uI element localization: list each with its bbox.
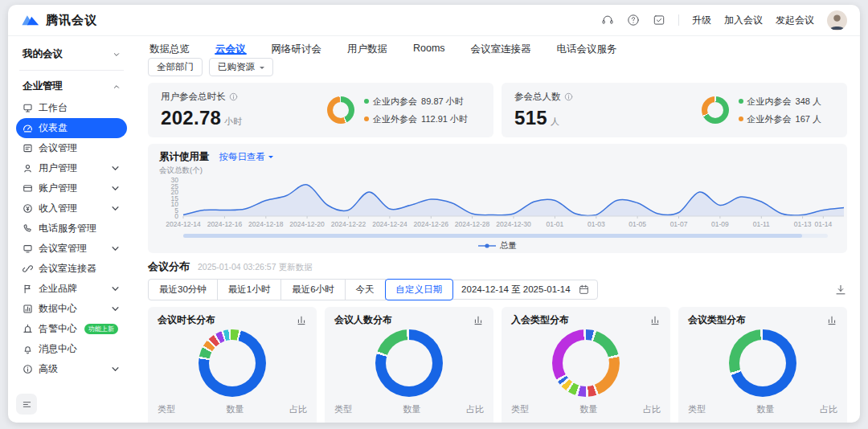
stat-card-chart: 企业内参会348 人企业外参会167 人 (702, 96, 821, 125)
legend-dot (364, 99, 369, 104)
inbox-icon[interactable] (653, 14, 665, 27)
join-meeting-link[interactable]: 加入会议 (724, 14, 763, 27)
svg-text:01-09: 01-09 (711, 220, 729, 228)
tab-user-data[interactable]: 用户数据 (346, 41, 389, 56)
donut-chart (552, 329, 620, 397)
section-title: 会议分布 (148, 259, 190, 274)
distribution-card-join-type: 入会类型分布类型数量占比PSTN61.21% (502, 307, 670, 423)
row-percent: 1.21% (609, 422, 661, 423)
column-header: 数量 (391, 403, 432, 415)
tab-webinar[interactable]: 网络研讨会 (270, 41, 324, 56)
distribution-controls: 最近30分钟最近1小时最近6小时今天自定义日期 2024-12-14 至 202… (148, 279, 847, 300)
avatar[interactable] (827, 10, 847, 31)
svg-text:01-05: 01-05 (628, 220, 646, 228)
distribution-card-meeting-type: 会议类型分布类型数量占比快速会议15770.40% (678, 307, 847, 423)
donut-chart (702, 96, 729, 124)
sidebar-item-dashboard[interactable]: 仪表盘 (16, 118, 127, 138)
bar-chart-icon[interactable] (473, 314, 484, 325)
stat-value-row: 515人 (514, 107, 573, 129)
sidebar-item-advanced[interactable]: 高级 (16, 359, 127, 379)
updated-timestamp: 2025-01-04 03:26:57 更新数据 (198, 262, 312, 273)
stat-cards: 用户参会总时长202.78小时企业内参会89.87 小时企业外参会112.91 … (148, 83, 847, 137)
stat-value: 202.78 (161, 107, 221, 129)
collapse-sidebar-button[interactable] (16, 394, 37, 415)
y-axis-label: 会议总数(个) (159, 165, 836, 176)
sidebar-item-revenue-management[interactable]: 收入管理 (16, 198, 127, 219)
column-header: 占比 (256, 403, 307, 415)
bar-chart-icon[interactable] (826, 314, 837, 325)
upgrade-link[interactable]: 升级 (692, 14, 711, 27)
sidebar-item-enterprise-management[interactable]: 企业管理 (16, 75, 127, 98)
start-meeting-link[interactable]: 发起会议 (776, 14, 814, 27)
donut-hole (739, 340, 786, 386)
sidebar-item-enterprise-brand[interactable]: 企业品牌 (16, 279, 127, 299)
svg-text:2024-12-26: 2024-12-26 (414, 220, 449, 228)
donut-hole (333, 102, 349, 118)
table-header: 类型数量占比 (688, 403, 837, 415)
tab-pstn-service[interactable]: 电话会议服务 (555, 41, 619, 56)
sidebar-item-room-connector[interactable]: 会议室连接器 (16, 259, 127, 279)
row-type: PSTN (520, 422, 545, 423)
time-range-slider-fill[interactable] (183, 234, 802, 238)
distribution-card-participants: 会议人数分布类型数量占比1-2人18080.72% (325, 307, 493, 423)
my-meetings-label: 我的会议 (23, 47, 63, 61)
divider (678, 14, 679, 26)
chevron-down-icon (110, 243, 121, 254)
filter-chip-purchased-resources[interactable]: 已购资源 (209, 58, 273, 76)
range-button-last-6h[interactable]: 最近6小时 (280, 279, 345, 300)
sidebar-item-my-meetings[interactable]: 我的会议 (16, 43, 127, 66)
bar-chart-icon[interactable] (649, 314, 661, 325)
room-icon (23, 243, 33, 254)
phone-icon (23, 223, 33, 234)
row-type: 快速会议 (697, 422, 734, 423)
sidebar-item-meeting-management[interactable]: 会议管理 (16, 138, 127, 158)
svg-text:01-13: 01-13 (794, 220, 812, 228)
bar-chart-icon[interactable] (296, 314, 307, 325)
sidebar-item-account-management[interactable]: 账户管理 (16, 178, 127, 198)
info-icon[interactable] (564, 92, 573, 101)
download-button[interactable] (834, 284, 847, 296)
sidebar: 我的会议 企业管理 工作台仪表盘会议管理用户管理账户管理收入管理电话服务管理会议… (8, 36, 135, 423)
chevron-down-icon (110, 364, 121, 374)
sidebar-footer (16, 389, 127, 415)
range-button-today[interactable]: 今天 (345, 279, 386, 300)
svg-text:2024-12-14: 2024-12-14 (166, 220, 201, 228)
legend-label: 企业外参会 (373, 113, 417, 125)
sidebar-item-message-center[interactable]: 消息中心 (16, 339, 127, 359)
sidebar-item-workbench[interactable]: 工作台 (16, 98, 127, 118)
sidebar-item-room-management[interactable]: 会议室管理 (16, 239, 127, 259)
tab-rooms[interactable]: Rooms (411, 41, 447, 56)
filter-chip-label: 全部部门 (157, 61, 194, 73)
dashboard-icon (23, 123, 33, 133)
sidebar-item-user-management[interactable]: 用户管理 (16, 158, 127, 178)
row-label: 快速会议 (688, 422, 745, 423)
column-header: 类型 (688, 403, 745, 415)
chevron-down-icon (113, 51, 121, 59)
table-row: 1-2人18080.72% (334, 422, 484, 423)
filter-chip-all-departments[interactable]: 全部部门 (148, 58, 203, 76)
sidebar-item-data-center[interactable]: 数据中心 (16, 299, 127, 319)
account-icon (23, 183, 33, 194)
sidebar-item-alert-center[interactable]: 告警中心功能上新 (16, 319, 127, 339)
sidebar-item-phone-service[interactable]: 电话服务管理 (16, 219, 127, 239)
info-icon[interactable] (229, 92, 238, 101)
range-button-last-1h[interactable]: 最近1小时 (217, 279, 281, 300)
support-headset-icon[interactable] (601, 14, 614, 27)
time-range-slider[interactable] (183, 234, 828, 238)
donut-hole (209, 340, 256, 386)
tab-room-connector[interactable]: 会议室连接器 (469, 41, 533, 56)
sidebar-item-label: 数据中心 (39, 302, 77, 316)
workbench-icon (23, 103, 33, 113)
column-header: 数量 (745, 403, 786, 415)
sidebar-divider (19, 70, 124, 71)
tab-data-overview[interactable]: 数据总览 (148, 41, 191, 56)
date-range-input[interactable]: 2024-12-14 至 2025-01-14 (452, 280, 598, 300)
view-by-day-dropdown[interactable]: 按每日查看 (219, 151, 274, 163)
stat-card-info: 用户参会总时长202.78小时 (161, 91, 242, 129)
tab-cloud-meeting[interactable]: 云会议 (214, 41, 248, 56)
help-icon[interactable] (627, 14, 640, 27)
range-button-custom-date[interactable]: 自定义日期 (385, 279, 454, 300)
legend-item: 企业内参会348 人 (739, 96, 821, 108)
range-button-last-30min[interactable]: 最近30分钟 (148, 279, 218, 300)
row-type: 0-15分钟 (166, 422, 203, 423)
